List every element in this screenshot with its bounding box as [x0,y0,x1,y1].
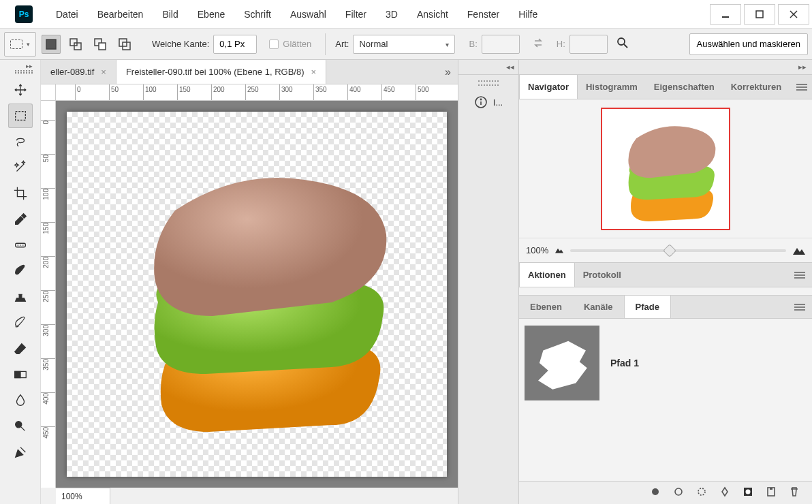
stroke-path-button[interactable] [673,486,684,499]
add-mask-button[interactable] [743,486,753,499]
menu-layer[interactable]: Ebene [188,0,234,29]
svg-line-12 [624,44,627,48]
ruler-origin[interactable] [41,84,56,101]
lasso-tool[interactable] [8,129,33,154]
ruler-vertical[interactable]: 0 50 100 150 200 250 300 350 400 450 [41,101,56,488]
midstrip-grip[interactable] [478,80,499,86]
svg-point-34 [746,490,751,494]
rectangular-marquee-tool[interactable] [8,104,33,128]
svg-rect-1 [756,11,763,18]
select-and-mask-button[interactable]: Auswählen und maskieren [689,33,808,55]
menu-3d[interactable]: 3D [376,0,407,29]
tab-channels[interactable]: Kanäle [573,296,624,318]
close-icon[interactable]: × [311,67,316,77]
panel-menu-icon[interactable] [787,296,812,318]
document-tab-0[interactable]: eller-089.tif × [41,60,116,84]
menu-view[interactable]: Ansicht [407,0,458,29]
panels-collapse-button[interactable]: ▸▸ [519,60,812,75]
magic-wand-tool[interactable] [8,155,33,180]
path-item[interactable]: Pfad 1 [525,326,807,400]
close-icon[interactable]: × [101,67,106,77]
tab-layers[interactable]: Ebenen [519,296,573,318]
panel-menu-icon[interactable] [790,75,812,99]
selection-add-button[interactable] [66,35,85,54]
window-maximize-button[interactable] [744,4,775,25]
panel-menu-icon[interactable] [787,263,812,287]
canvas-viewport[interactable] [56,101,458,488]
eyedropper-tool[interactable] [8,207,33,232]
layers-panel-tabs: Ebenen Kanäle Pfade [519,296,812,319]
fill-path-button[interactable] [650,486,661,499]
antialias-checkbox[interactable] [269,40,279,49]
history-brush-tool[interactable] [8,311,33,335]
tab-adjustments[interactable]: Korrekturen [723,75,790,99]
clone-stamp-tool[interactable] [8,285,33,309]
menu-window[interactable]: Fenster [458,0,509,29]
navigator-zoom-value[interactable]: 100% [526,245,548,255]
ruler-horizontal[interactable]: 0 50 100 150 200 250 300 350 400 450 500 [56,84,458,101]
menu-filter[interactable]: Filter [336,0,376,29]
document-tab-label: Freisteller-090.tif bei 100% (Ebene 1, R… [126,67,304,77]
height-input [569,35,608,54]
navigator-zoom-slider[interactable] [570,249,786,252]
brush-tool[interactable] [8,259,33,283]
status-bar[interactable]: 100% [56,488,110,504]
swap-dimensions-button[interactable] [532,37,544,51]
menu-file[interactable]: Datei [46,0,88,29]
menu-select[interactable]: Auswahl [281,0,336,29]
tab-properties[interactable]: Eigenschaften [646,75,723,99]
new-path-button[interactable] [766,486,777,499]
tab-navigator[interactable]: Navigator [519,75,578,99]
menu-help[interactable]: Hilfe [509,0,547,29]
window-close-button[interactable] [778,4,809,25]
navigator-preview[interactable] [519,99,812,238]
tab-paths[interactable]: Pfade [624,296,671,318]
document-area: eller-089.tif × Freisteller-090.tif bei … [41,60,458,504]
dodge-tool[interactable] [8,414,33,439]
pen-tool[interactable] [8,440,33,464]
tab-actions[interactable]: Aktionen [519,263,575,287]
healing-brush-tool[interactable] [8,233,33,257]
canvas-wrap: 0 50 100 150 200 250 300 350 400 450 500… [41,84,458,504]
blur-tool[interactable] [8,388,33,413]
tab-histogram[interactable]: Histogramm [578,75,646,99]
selection-new-button[interactable] [42,35,61,54]
menu-image[interactable]: Bild [153,0,187,29]
canvas[interactable] [67,112,447,477]
selection-intersect-button[interactable] [115,35,134,54]
gradient-tool[interactable] [8,362,33,387]
navigator-frame[interactable] [601,108,730,230]
path-to-selection-button[interactable] [696,486,707,499]
feather-input[interactable] [213,35,257,54]
document-tab-1[interactable]: Freisteller-090.tif bei 100% (Ebene 1, R… [116,60,326,84]
selection-to-path-button[interactable] [719,486,730,499]
tools-collapse-handle[interactable]: ▸▸ [8,63,33,74]
info-mini-panel[interactable]: I... [458,91,518,113]
collapsed-panel-strip: ◂◂ I... [458,60,519,504]
eraser-tool[interactable] [8,336,33,361]
svg-point-11 [618,38,625,45]
crop-tool[interactable] [8,181,33,206]
tab-history[interactable]: Protokoll [575,263,629,287]
refine-edge-icon[interactable] [616,36,629,52]
menu-edit[interactable]: Bearbeiten [88,0,153,29]
delete-path-button[interactable] [789,486,800,499]
paths-footer [519,481,812,504]
move-tool[interactable] [8,78,33,102]
tabs-overflow-button[interactable]: » [438,60,458,84]
svg-point-31 [675,488,682,495]
window-minimize-button[interactable] [710,4,741,25]
right-panels: ▸▸ Navigator Histogramm Eigenschaften Ko… [519,60,812,504]
style-select[interactable]: Normal [353,35,455,54]
menu-type[interactable]: Schrift [234,0,281,29]
tool-preset-dropdown[interactable]: ▾ [4,32,36,57]
feather-label: Weiche Kante: [152,39,209,49]
navigator-zoom-bar: 100% [519,238,812,262]
svg-rect-5 [70,39,77,46]
selection-subtract-button[interactable] [91,35,110,54]
zoom-out-icon[interactable] [555,247,563,253]
midstrip-collapse-button[interactable]: ◂◂ [458,60,518,75]
height-label: H: [557,39,565,49]
zoom-in-icon[interactable] [793,247,805,255]
actions-panel-tabs: Aktionen Protokoll [519,263,812,287]
